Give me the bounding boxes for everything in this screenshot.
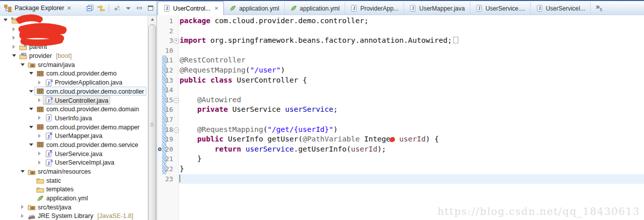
gutter-cell[interactable]: 19	[157, 134, 179, 144]
tree-item[interactable]: com.cloud.provider.demo.controller	[0, 87, 148, 96]
tree-item-content[interactable]: static	[34, 176, 63, 185]
tree-item-content[interactable]: Mparent	[17, 42, 49, 51]
tree-expanded-arrow-icon[interactable]	[28, 70, 34, 77]
view-menu-button[interactable]	[123, 4, 133, 13]
tree-expanded-arrow-icon[interactable]	[20, 61, 26, 68]
tree-expanded-arrow-icon[interactable]	[20, 168, 26, 175]
tree-item[interactable]: application.yml	[0, 194, 148, 203]
gutter-cell[interactable]: 23	[157, 174, 179, 184]
tree-collapsed-arrow-icon[interactable]	[37, 161, 43, 165]
tree-collapsed-arrow-icon[interactable]	[20, 205, 26, 209]
explorer-scrollbar[interactable]	[147, 16, 156, 220]
code-line[interactable]: 11@RestController	[157, 55, 644, 65]
tree-item[interactable]: com.cloud.provider.demo.domain	[0, 105, 148, 114]
tree-expanded-arrow-icon[interactable]	[28, 141, 34, 148]
gutter-cell[interactable]: 14	[157, 85, 179, 95]
tree-expanded-arrow-icon[interactable]	[28, 106, 34, 112]
tree-item-content[interactable]: src/main/java	[26, 60, 77, 69]
tree-item[interactable]: MSprovider[boot]	[0, 51, 148, 60]
fold-collapse-icon[interactable]: −	[174, 127, 179, 133]
gutter-cell[interactable]: 3+	[157, 36, 179, 46]
editor-tab-userservice-[interactable]: JUserService....	[470, 2, 531, 15]
code-text[interactable]: package com.cloud.provider.demo.controll…	[179, 16, 644, 26]
tree-item[interactable]: src/test/java	[0, 202, 148, 211]
tree-item[interactable]: JSUserServiceImpl.java	[0, 158, 148, 167]
code-line[interactable]: 18− @RequestMapping("/get/{userId}")	[157, 125, 644, 135]
code-text[interactable]: @RequestMapping("/user")	[179, 65, 644, 76]
tree-item[interactable]: JSProviderApplication.java	[0, 78, 148, 87]
tree-collapsed-arrow-icon[interactable]	[11, 45, 17, 49]
tree-collapsed-arrow-icon[interactable]	[37, 152, 43, 156]
code-line[interactable]: 10	[157, 46, 644, 56]
tree-item[interactable]: Mparent	[0, 42, 148, 51]
code-text[interactable]: private UserService userService;	[179, 105, 644, 115]
gutter-cell[interactable]: 17	[157, 115, 179, 125]
tree-item-content[interactable]: JSUserServiceImpl.java	[43, 158, 116, 167]
gutter-cell[interactable]: 20	[157, 144, 179, 155]
tree-collapsed-arrow-icon[interactable]	[37, 134, 43, 138]
gutter-cell[interactable]: 21	[157, 154, 179, 164]
tree-item-content[interactable]: JUserService.java	[43, 149, 104, 158]
code-line[interactable]: 19 public UserInfo getUser(@PathVariable…	[157, 134, 644, 144]
code-line[interactable]: 17	[157, 115, 644, 125]
code-line[interactable]: 13public class UserController {	[157, 76, 644, 86]
code-line[interactable]: 15− @Autowired	[157, 95, 644, 105]
editor-tab-application-yml[interactable]: application.yml	[285, 2, 345, 15]
tree-item-redacted[interactable]: J	[0, 16, 148, 25]
view-close-icon[interactable]: ✕	[67, 5, 71, 12]
code-line[interactable]: 21 }	[157, 154, 644, 164]
code-text[interactable]: }	[179, 164, 644, 174]
fold-collapse-icon[interactable]: −	[174, 98, 179, 103]
code-text[interactable]	[179, 26, 644, 36]
tree-item[interactable]: static	[0, 176, 148, 185]
tree-item-content[interactable]: com.cloud.provider.demo.mapper	[34, 122, 142, 131]
tab-close-icon[interactable]: ✕	[214, 6, 218, 11]
gutter-cell[interactable]: 10	[157, 46, 179, 56]
tree-item[interactable]: JUserService.java	[0, 149, 148, 158]
minimize-button[interactable]	[134, 4, 144, 13]
tree-item-content[interactable]: src/main/resources	[26, 167, 93, 176]
tree-item[interactable]: JUserMapper.java	[0, 131, 148, 140]
tree-collapsed-arrow-icon[interactable]	[37, 81, 43, 85]
code-line[interactable]: 20 return userService.getUserInfo(userId…	[157, 144, 644, 155]
folded-region-box-icon[interactable]	[453, 37, 458, 43]
editor-tab-application-yml[interactable]: application.yml	[224, 2, 284, 15]
gutter-cell[interactable]: 16	[157, 105, 179, 115]
code-line[interactable]: 22}	[157, 164, 644, 174]
code-editor[interactable]: 1package com.cloud.provider.demo.control…	[157, 15, 644, 220]
tree-item[interactable]: templates	[0, 185, 148, 194]
tree-item-content[interactable]: com.cloud.provider.demo	[34, 69, 119, 78]
editor-tab-userservicei-[interactable]: JUserServiceI...	[531, 2, 591, 15]
code-text[interactable]: @RequestMapping("/get/{userId}")	[179, 125, 644, 135]
code-text[interactable]	[179, 174, 644, 184]
code-line[interactable]: 12@RequestMapping("/user")	[157, 65, 644, 76]
tree-item-content[interactable]: com.cloud.provider.demo.controller	[34, 87, 146, 96]
tree-item-content[interactable]	[17, 25, 21, 34]
tree-item-content[interactable]: application.yml	[34, 194, 90, 203]
tab-overflow-chevron[interactable]: »5	[596, 4, 602, 13]
tree-collapsed-arrow-icon[interactable]	[37, 116, 43, 120]
tree-item[interactable]: JSUserController.java	[0, 96, 148, 105]
code-text[interactable]: public class UserController {	[179, 76, 644, 86]
tree-item[interactable]: JUserInfo.java	[0, 114, 148, 123]
code-text[interactable]: }	[179, 154, 644, 164]
tree-item-content[interactable]: com.cloud.provider.demo.domain	[34, 105, 141, 114]
gutter-cell[interactable]: 11	[157, 55, 179, 65]
gutter-cell[interactable]: 15−	[157, 95, 179, 105]
code-line[interactable]: 14	[157, 85, 644, 95]
tree-item[interactable]: com.cloud.provider.demo	[0, 69, 148, 78]
tree-collapsed-arrow-icon[interactable]	[20, 214, 26, 218]
code-line[interactable]: 2	[157, 26, 644, 36]
editor-tab-usermapper-java[interactable]: JUserMapper.java	[404, 2, 470, 15]
gutter-cell[interactable]: 13	[157, 76, 179, 86]
tree-item[interactable]: com.cloud.provider.demo.mapper	[0, 122, 148, 131]
tree-item-content[interactable]: J	[9, 16, 23, 25]
tree-item-content[interactable]: JRE System Library[JavaSE-1.8]	[26, 211, 135, 220]
tree-item-content[interactable]: com.cloud.provider.demo.service	[34, 140, 140, 149]
code-text[interactable]: public UserInfo getUser(@PathVariable In…	[179, 134, 644, 144]
tree-item-content[interactable]: templates	[34, 185, 75, 194]
focus-dots-button[interactable]	[112, 4, 122, 13]
package-explorer-view-tab[interactable]: Package Explorer ✕	[0, 4, 75, 12]
code-text[interactable]: @RestController	[179, 55, 644, 65]
tree-expanded-arrow-icon[interactable]	[11, 52, 17, 59]
